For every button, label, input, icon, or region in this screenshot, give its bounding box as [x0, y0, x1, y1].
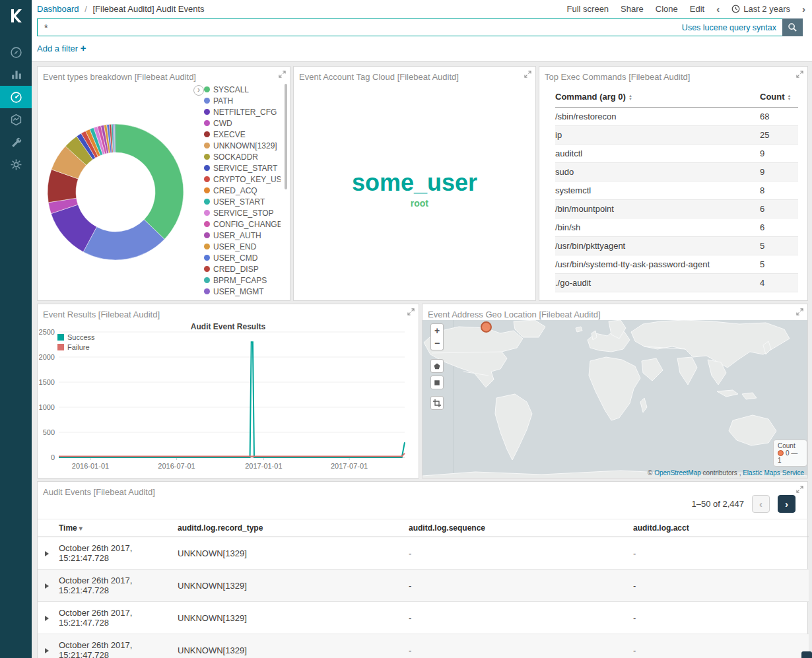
donut-legend-list: SYSCALLPATHNETFILTER_CFGCWDEXECVEUNKNOWN… [204, 84, 281, 299]
column-header-command[interactable]: Command (arg 0)▲▼ [555, 88, 760, 108]
count-cell: 9 [760, 163, 798, 181]
sidebar-item-timelion[interactable] [0, 108, 32, 131]
query-input[interactable] [38, 22, 682, 33]
add-filter-link[interactable]: Add a filter + [37, 44, 86, 53]
column-header-time[interactable]: Time▾ [56, 519, 175, 537]
zoom-in-button[interactable]: + [430, 323, 444, 337]
legend-item[interactable]: SYSCALL [204, 84, 281, 95]
sidebar-item-management[interactable] [0, 153, 32, 176]
attribution-link[interactable]: OpenStreetMap [654, 469, 701, 477]
pentagon-icon [433, 362, 441, 370]
exec-table-row[interactable]: systemctl8 [555, 181, 798, 200]
rectangle-tool-button[interactable] [430, 376, 444, 389]
legend-label: SOCKADDR [213, 152, 258, 162]
legend-item[interactable]: EXECVE [204, 129, 281, 140]
corner-scroll-button[interactable] [801, 651, 812, 658]
edit-button[interactable]: Edit [690, 4, 704, 14]
exec-table-row[interactable]: /sbin/restorecon68 [555, 108, 798, 126]
legend-scrollbar[interactable] [285, 84, 287, 189]
sort-icon: ▲▼ [628, 94, 632, 101]
full-screen-button[interactable]: Full screen [567, 4, 609, 14]
plus-icon: + [81, 42, 86, 53]
expand-panel-icon[interactable] [796, 71, 803, 78]
time-picker-button[interactable]: Last 2 years [731, 4, 790, 14]
column-header-sequence[interactable]: auditd.log.sequence [406, 519, 630, 537]
legend-item[interactable]: PATH [204, 95, 281, 106]
polygon-tool-button[interactable] [430, 359, 444, 373]
legend-item[interactable]: CRYPTO_SESSION [204, 297, 281, 299]
crop-tool-button[interactable] [430, 396, 444, 410]
legend-label: USER_MGMT [213, 287, 264, 296]
sidebar-item-dashboard[interactable] [0, 86, 32, 108]
exec-table-row[interactable]: sudo9 [555, 163, 798, 181]
sidebar-item-discover[interactable] [0, 41, 32, 63]
time-back-button[interactable]: ‹ [716, 4, 720, 14]
donut-chart[interactable] [38, 82, 193, 302]
command-cell: /sbin/restorecon [555, 108, 760, 126]
legend-item[interactable]: CWD [204, 117, 281, 129]
legend-item[interactable]: USER_MGMT [204, 286, 281, 297]
expand-row-icon[interactable] [45, 551, 49, 556]
time-forward-button[interactable]: › [802, 4, 805, 14]
exec-table-row[interactable]: ./go-audit4 [555, 274, 798, 292]
next-page-button[interactable]: › [778, 495, 795, 513]
clock-icon [731, 5, 740, 13]
exec-table-row[interactable]: /usr/bin/systemd-tty-ask-password-agent5 [555, 255, 798, 274]
search-button[interactable] [782, 18, 803, 36]
legend-label: BPRM_FCAPS [213, 276, 267, 285]
legend-item[interactable]: USER_CMD [204, 252, 281, 263]
column-header-count[interactable]: Count▲▼ [760, 88, 798, 108]
legend-item[interactable]: CRED_ACQ [204, 185, 281, 196]
lucene-syntax-link[interactable]: Uses lucene query syntax [682, 23, 776, 32]
world-map[interactable]: + − Count 0 — 1 © OpenStreetMap contribu… [423, 320, 807, 478]
zoom-out-button[interactable]: − [430, 337, 444, 350]
kibana-dashboard-page: Dashboard / [Filebeat Auditd] Audit Even… [0, 0, 812, 658]
legend-item[interactable]: UNKNOWN[1329] [204, 140, 281, 151]
tag-cloud-word[interactable]: root [411, 198, 428, 209]
column-header-record-type[interactable]: auditd.log.record_type [175, 519, 406, 537]
prev-page-button[interactable]: ‹ [752, 495, 770, 513]
legend-item[interactable]: CRED_DISP [204, 263, 281, 275]
share-button[interactable]: Share [621, 4, 644, 14]
tag-cloud-word[interactable]: some_user [352, 169, 477, 197]
expand-row-icon[interactable] [45, 648, 49, 653]
expand-row-icon[interactable] [45, 616, 49, 621]
exec-table-row[interactable]: /usr/bin/pkttyagent5 [555, 237, 798, 255]
sidebar-item-dev-tools[interactable] [0, 131, 32, 153]
legend-color-dot [204, 288, 210, 294]
donut-slice[interactable] [116, 124, 184, 239]
line-chart[interactable]: 050010001500200025002016-01-012016-07-01… [39, 328, 419, 478]
expand-panel-icon[interactable] [796, 308, 803, 315]
breadcrumb-dashboard-link[interactable]: Dashboard [37, 4, 79, 14]
geo-point-marker[interactable] [481, 321, 492, 333]
exec-table-row[interactable]: ip25 [555, 126, 798, 145]
exec-table-row[interactable]: /bin/mountpoint6 [555, 200, 798, 218]
legend-toggle-button[interactable]: › [193, 85, 204, 96]
query-bar: Uses lucene query syntax [37, 18, 803, 36]
expand-panel-icon[interactable] [524, 71, 531, 78]
expand-panel-icon[interactable] [796, 486, 803, 493]
column-header-acct[interactable]: auditd.log.acct [630, 519, 809, 537]
expand-row-icon[interactable] [45, 583, 49, 589]
clone-button[interactable]: Clone [656, 4, 678, 14]
wrench-icon [10, 136, 22, 148]
exec-table-row[interactable]: auditctl9 [555, 145, 798, 163]
legend-item[interactable]: USER_AUTH [204, 230, 281, 241]
legend-item[interactable]: NETFILTER_CFG [204, 106, 281, 117]
legend-item[interactable]: SERVICE_START [204, 162, 281, 174]
legend-item[interactable]: SERVICE_STOP [204, 207, 281, 218]
legend-item[interactable]: SOCKADDR [204, 151, 281, 162]
map-attribution: © OpenStreetMap contributors , Elastic M… [648, 469, 804, 477]
expand-panel-icon[interactable] [279, 71, 286, 78]
sidebar-item-visualize[interactable] [0, 63, 32, 86]
legend-item[interactable]: USER_END [204, 241, 281, 252]
legend-item[interactable]: USER_START [204, 196, 281, 207]
exec-table-row[interactable]: /bin/sh6 [555, 218, 798, 237]
legend-item[interactable]: BPRM_FCAPS [204, 275, 281, 286]
legend-item[interactable]: CONFIG_CHANGE [204, 218, 281, 230]
kibana-logo[interactable] [0, 0, 32, 32]
attribution-link[interactable]: Elastic Maps Service [743, 469, 804, 477]
expand-panel-icon[interactable] [407, 308, 415, 315]
legend-color-dot [204, 210, 210, 216]
legend-item[interactable]: CRYPTO_KEY_USER [204, 174, 281, 185]
